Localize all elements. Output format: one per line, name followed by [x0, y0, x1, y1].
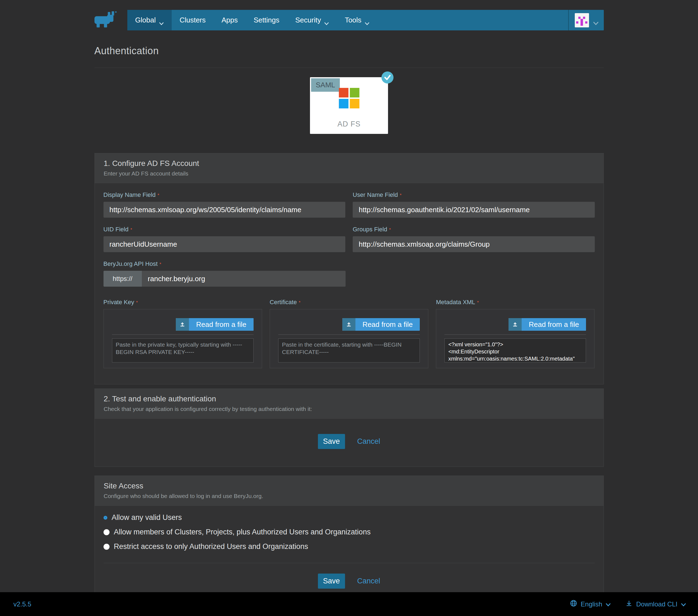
required-marker: *: [130, 227, 132, 232]
field-uid: UID Field*: [103, 226, 346, 252]
download-cli-label: Download CLI: [636, 600, 678, 608]
section-test-subtitle: Check that your application is configure…: [104, 406, 595, 412]
metadata-xml-textarea[interactable]: <?xml version="1.0"?> <md:EntityDescript…: [444, 338, 586, 363]
private-key-textarea[interactable]: [112, 338, 254, 363]
section-configure-subtitle: Enter your AD FS account details: [104, 170, 595, 177]
provider-card-adfs[interactable]: SAML AD FS: [310, 77, 388, 134]
metadata-xml-read-file-button[interactable]: Read from a file: [508, 318, 586, 331]
site-access-subtitle: Configure who should be allowed to log i…: [104, 493, 595, 499]
site-access-header: Site Access Configure who should be allo…: [95, 476, 603, 506]
user-menu[interactable]: [568, 10, 604, 30]
private-key-box: Read from a file: [103, 309, 262, 368]
main-navbar: Global Clusters Apps Settings Security: [127, 10, 604, 30]
field-display-name: Display Name Field*: [103, 191, 346, 218]
display-name-label: Display Name Field: [103, 191, 156, 198]
api-host-label: BeryJu.org API Host: [103, 260, 158, 267]
chevron-down-icon: [324, 19, 329, 22]
site-access-body: Allow any valid Users Allow members of C…: [95, 513, 603, 563]
upload-divider: [112, 334, 254, 335]
section-test-actions: Save Cancel: [95, 419, 603, 466]
display-name-input[interactable]: [103, 202, 346, 218]
nav-menu-tools[interactable]: Tools: [337, 10, 377, 30]
radio-selected-icon[interactable]: [103, 516, 107, 520]
api-host-input[interactable]: [142, 271, 346, 286]
chevron-down-icon: [606, 600, 611, 608]
required-marker: *: [477, 300, 479, 305]
title-divider: [95, 68, 604, 68]
section-test-header: 2. Test and enable authentication Check …: [95, 389, 603, 419]
radio-allow-members-clusters-projects[interactable]: Allow members of Clusters, Projects, plu…: [103, 528, 595, 536]
radio-allow-any-valid-users[interactable]: Allow any valid Users: [103, 513, 595, 522]
save-button[interactable]: Save: [318, 574, 345, 589]
avatar[interactable]: [575, 13, 589, 27]
globe-icon: [570, 600, 577, 608]
language-selector[interactable]: English: [570, 600, 611, 608]
provider-name: AD FS: [310, 120, 388, 128]
nav-menu-apps-label: Apps: [222, 16, 238, 24]
download-cli-menu[interactable]: Download CLI: [626, 600, 686, 608]
section-test-enable: 2. Test and enable authentication Check …: [95, 389, 604, 467]
radio-restrict-authorized-only[interactable]: Restrict access to only Authorized Users…: [103, 542, 595, 551]
metadata-xml-read-file-label: Read from a file: [522, 318, 586, 331]
certificate-textarea[interactable]: [278, 338, 420, 363]
footer: v2.5.5 English Download CLI: [0, 592, 698, 616]
page-title: Authentication: [95, 45, 604, 57]
required-marker: *: [400, 193, 402, 198]
nav-menu-settings[interactable]: Settings: [246, 10, 287, 30]
private-key-read-file-label: Read from a file: [189, 318, 254, 331]
chevron-down-icon: [365, 19, 369, 22]
metadata-xml-label: Metadata XML: [436, 299, 475, 306]
radio-unselected-icon[interactable]: [103, 544, 110, 550]
nav-menu-apps[interactable]: Apps: [213, 10, 246, 30]
section-site-access: Site Access Configure who should be allo…: [95, 476, 604, 597]
nav-menu-clusters[interactable]: Clusters: [172, 10, 213, 30]
nav-menu-settings-label: Settings: [254, 16, 279, 24]
nav-menu-global-label: Global: [135, 16, 156, 24]
section-configure-title: 1. Configure AD FS Account: [104, 159, 595, 168]
language-label: English: [581, 600, 602, 608]
uid-input[interactable]: [103, 236, 346, 252]
rancher-logo[interactable]: [95, 11, 127, 29]
section-test-title: 2. Test and enable authentication: [104, 394, 595, 403]
save-button[interactable]: Save: [318, 434, 345, 449]
field-user-name: User Name Field*: [353, 191, 595, 218]
microsoft-logo-icon: [339, 88, 359, 109]
upload-icon: [508, 318, 522, 331]
private-key-read-file-button[interactable]: Read from a file: [176, 318, 254, 331]
required-marker: *: [159, 262, 161, 267]
upload-divider: [444, 334, 586, 335]
required-marker: *: [157, 193, 159, 198]
metadata-xml-box: Read from a file <?xml version="1.0"?> <…: [436, 309, 595, 368]
upload-icon: [176, 318, 189, 331]
certificate-read-file-button[interactable]: Read from a file: [342, 318, 420, 331]
user-name-input[interactable]: [353, 202, 595, 218]
certificate-box: Read from a file: [270, 309, 428, 368]
page-content: Global Clusters Apps Settings Security: [95, 10, 604, 597]
user-name-label: User Name Field: [353, 191, 398, 198]
required-marker: *: [299, 300, 301, 305]
field-metadata-xml: Metadata XML* Read from a file <?xml ve: [436, 299, 595, 368]
upload-divider: [278, 334, 420, 335]
private-key-label: Private Key: [103, 299, 135, 306]
cancel-link[interactable]: Cancel: [357, 577, 380, 585]
nav-menu-tools-label: Tools: [345, 16, 361, 24]
cancel-link[interactable]: Cancel: [357, 437, 380, 445]
nav-menu-global[interactable]: Global: [127, 10, 172, 30]
nav-menu-security[interactable]: Security: [287, 10, 337, 30]
certificate-read-file-label: Read from a file: [355, 318, 420, 331]
radio-unselected-icon[interactable]: [103, 529, 110, 535]
groups-input[interactable]: [353, 236, 595, 252]
chevron-down-icon: [681, 600, 686, 608]
download-icon: [626, 600, 632, 608]
radio-label: Restrict access to only Authorized Users…: [114, 542, 308, 551]
version-link[interactable]: v2.5.5: [13, 600, 31, 608]
nav-menu-clusters-label: Clusters: [180, 16, 206, 24]
site-access-title: Site Access: [104, 481, 595, 490]
nav-menu-security-label: Security: [295, 16, 321, 24]
field-certificate: Certificate* Read from a file: [270, 299, 428, 368]
section-configure-body: Display Name Field* User Name Field* UID…: [95, 191, 603, 384]
field-private-key: Private Key* Read from a file: [103, 299, 262, 368]
groups-label: Groups Field: [353, 226, 387, 233]
radio-label: Allow any valid Users: [112, 513, 182, 522]
required-marker: *: [136, 300, 138, 305]
